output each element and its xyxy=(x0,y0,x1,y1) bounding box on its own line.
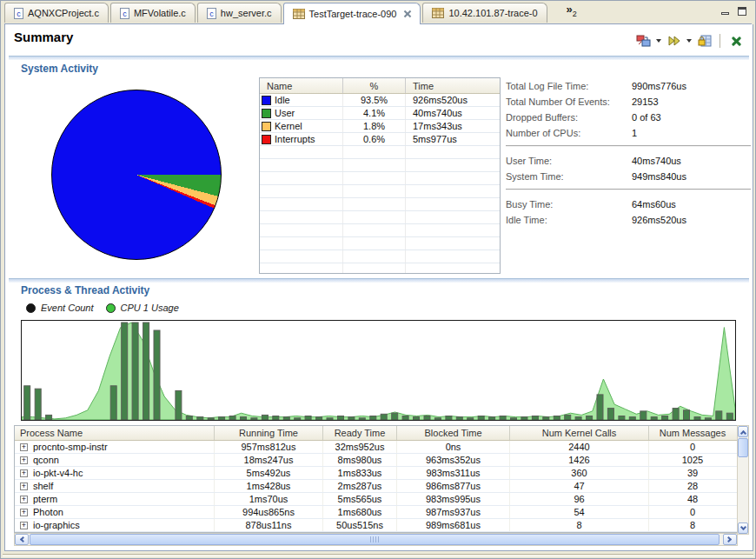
tab-label: 10.42.101.87-trace-0 xyxy=(448,8,537,18)
column-header-running-time[interactable]: Running Time xyxy=(215,426,323,440)
system-profiler-window: cAQNXCProject.ccMFVolatile.cchw_server.c… xyxy=(0,0,756,559)
close-tab-icon[interactable] xyxy=(404,10,411,17)
cpu-usage-table: Name%Time Idle93.5%926ms520usUser4.1%40m… xyxy=(259,77,501,274)
column-header-num-messages[interactable]: Num Messages xyxy=(649,426,736,440)
c-file-icon: c xyxy=(207,8,216,19)
scroll-left-button[interactable] xyxy=(15,534,29,545)
cpu-usage-row[interactable]: User4.1%40ms740us xyxy=(260,107,500,120)
scroll-right-button[interactable] xyxy=(723,534,737,545)
legend-label: CPU 1 Usage xyxy=(121,303,179,313)
column-header-percent[interactable]: % xyxy=(343,78,406,93)
vertical-scroll-thumb[interactable] xyxy=(738,438,748,457)
lock-view-button[interactable] xyxy=(696,33,713,48)
running-cell: 878us11ns xyxy=(215,519,323,531)
process-row[interactable]: +procnto-smp-instr957ms812us32ms952us0ns… xyxy=(15,441,737,454)
chevron-left-icon xyxy=(20,536,26,542)
editor-tab[interactable]: TestTarget-trace-090 xyxy=(283,3,421,24)
tab-label: MFVolatile.c xyxy=(134,8,186,18)
editor-tab[interactable]: cAQNXCProject.c xyxy=(4,3,109,23)
usage-time: 40ms740us xyxy=(406,107,498,119)
legend-dot-icon xyxy=(106,303,116,313)
process-table-vertical-scrollbar[interactable] xyxy=(737,425,749,535)
column-header-process-name[interactable]: Process Name xyxy=(15,426,215,440)
navigate-dropdown-caret-icon[interactable] xyxy=(686,39,692,43)
ready-cell: 8ms980us xyxy=(323,454,397,466)
empty-row xyxy=(260,263,500,274)
ready-cell: 2ms287us xyxy=(323,480,397,492)
stat-value: 990ms776us xyxy=(632,81,686,91)
close-view-button[interactable] xyxy=(727,33,744,48)
maximize-view-button[interactable] xyxy=(736,5,748,17)
hidden-tab-count: 2 xyxy=(573,10,577,18)
process-name-cell: +io-graphics xyxy=(15,519,215,531)
legend-label: Event Count xyxy=(41,303,94,313)
c-file-icon: c xyxy=(120,8,129,19)
scroll-up-button[interactable] xyxy=(738,426,748,437)
process-row[interactable]: +io-pkt-v4-hc5ms492us1ms833us983ms311us3… xyxy=(15,467,737,480)
usage-time: 17ms343us xyxy=(406,120,498,132)
ready-cell: 1ms833us xyxy=(323,467,397,479)
column-header-num-kernel-calls[interactable]: Num Kernel Calls xyxy=(510,426,649,440)
cpu-usage-row[interactable]: Interrupts0.6%5ms977us xyxy=(260,133,500,146)
scroll-thumb-grip xyxy=(370,536,379,542)
kernel_calls-cell: 360 xyxy=(510,467,649,479)
messages-cell: 28 xyxy=(649,480,736,492)
svg-text:c: c xyxy=(209,10,214,18)
column-header-name[interactable]: Name xyxy=(260,78,343,93)
cpu-usage-row[interactable]: Kernel1.8%17ms343us xyxy=(260,120,500,133)
process-activity-title: Process & Thread Activity xyxy=(21,284,149,296)
running-cell: 1ms70us xyxy=(215,493,323,505)
running-cell: 994us865ns xyxy=(215,506,323,518)
expand-icon[interactable]: + xyxy=(20,456,28,464)
column-header-blocked-time[interactable]: Blocked Time xyxy=(397,426,510,440)
cpu-usage-row[interactable]: Idle93.5%926ms520us xyxy=(260,94,500,107)
editor-tab[interactable]: chw_server.c xyxy=(197,3,282,23)
process-row[interactable]: +shelf1ms428us2ms287us986ms877us4728 xyxy=(15,480,737,493)
lock-table-icon xyxy=(698,35,712,47)
column-header-ready-time[interactable]: Ready Time xyxy=(323,426,397,440)
usage-time: 926ms520us xyxy=(406,94,498,106)
stat-label: Total Log File Time: xyxy=(506,81,632,91)
column-header-time[interactable]: Time xyxy=(406,78,498,93)
display-mode-dropdown-caret-icon[interactable] xyxy=(656,39,661,43)
stat-row: Total Number Of Events:29153 xyxy=(506,94,751,110)
display-mode-button[interactable] xyxy=(635,33,652,48)
scroll-down-button[interactable] xyxy=(738,522,748,534)
close-icon xyxy=(731,36,741,46)
empty-row xyxy=(260,159,500,172)
empty-row xyxy=(260,250,500,263)
process-row[interactable]: +Photon994us865ns1ms680us987ms937us540 xyxy=(15,506,737,519)
legend-dot-icon xyxy=(26,303,36,313)
stats-separator xyxy=(506,145,751,147)
process-name: qconn xyxy=(33,455,59,465)
navigate-trace-button[interactable] xyxy=(666,33,682,48)
activity-chart-legend: Event CountCPU 1 Usage xyxy=(26,303,179,313)
expand-icon[interactable]: + xyxy=(20,496,28,503)
expand-icon[interactable]: + xyxy=(20,509,28,516)
stat-label: Dropped Buffers: xyxy=(506,112,632,123)
stats-separator xyxy=(506,189,751,190)
process-table-horizontal-scrollbar[interactable] xyxy=(14,533,738,546)
expand-icon[interactable]: + xyxy=(20,469,28,477)
blocked-cell: 0ns xyxy=(397,441,510,453)
minimize-view-button[interactable] xyxy=(719,5,731,17)
tab-overflow-button[interactable]: »2 xyxy=(567,3,577,18)
chevron-right-icon xyxy=(726,536,732,542)
expand-icon[interactable]: + xyxy=(20,443,28,451)
process-row[interactable]: +io-graphics878us11ns50us515ns989ms681us… xyxy=(15,519,737,532)
expand-icon[interactable]: + xyxy=(20,522,28,529)
messages-cell: 8 xyxy=(649,519,736,531)
process-name-cell: +procnto-smp-instr xyxy=(15,441,215,453)
editor-tab[interactable]: 10.42.101.87-trace-0 xyxy=(422,3,547,23)
editor-tab[interactable]: cMFVolatile.c xyxy=(110,3,196,23)
expand-icon[interactable]: + xyxy=(20,482,28,490)
vertical-scroll-track[interactable] xyxy=(738,457,748,522)
horizontal-scroll-thumb[interactable] xyxy=(30,534,720,545)
process-row[interactable]: +pterm1ms70us5ms565us983ms995us9648 xyxy=(15,493,737,506)
maximize-icon xyxy=(738,7,746,16)
tab-label: TestTarget-trace-090 xyxy=(309,9,397,19)
running-cell: 957ms812us xyxy=(215,441,323,453)
activity-timeline-chart xyxy=(21,320,736,421)
process-row[interactable]: +qconn18ms247us8ms980us963ms352us1426102… xyxy=(15,454,737,467)
stat-label: User Time: xyxy=(506,156,632,166)
